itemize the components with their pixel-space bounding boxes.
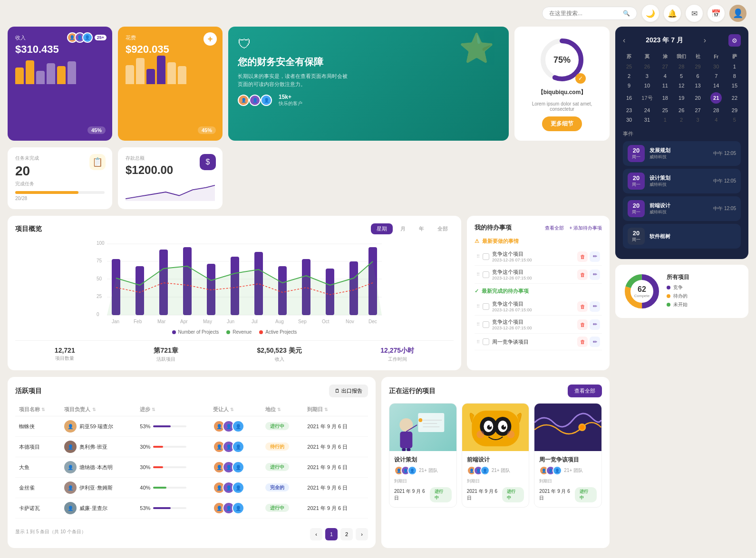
cal-cell[interactable]: 5 (671, 71, 692, 81)
cal-cell[interactable]: 4 (704, 115, 728, 125)
checkbox-2[interactable] (483, 271, 489, 278)
cal-cell[interactable]: 17号 (635, 90, 659, 106)
search-box[interactable]: 🔍 (542, 7, 637, 20)
cal-cell[interactable]: 22 (728, 90, 741, 106)
edit-todo-1[interactable]: ✏ (590, 251, 600, 262)
delete-todo-4[interactable]: 🗑 (577, 319, 588, 330)
tab-week[interactable]: 星期 (371, 223, 393, 234)
sort-manager-icon[interactable]: ⇅ (92, 407, 96, 412)
legend-label-projects: Number of Projects (178, 329, 219, 335)
add-expense-button[interactable]: + (204, 32, 217, 46)
cal-cell[interactable]: 31 (635, 115, 659, 125)
edit-todo-2[interactable]: ✏ (590, 269, 600, 280)
cal-cell[interactable]: 13 (692, 81, 704, 90)
bell-icon-btn[interactable]: 🔔 (664, 5, 681, 22)
cal-prev-button[interactable]: ‹ (623, 36, 625, 45)
search-input[interactable] (549, 10, 619, 17)
checkbox-4[interactable] (483, 321, 489, 328)
moon-icon-btn[interactable]: 🌙 (642, 5, 659, 22)
cal-cell[interactable]: 5 (728, 115, 741, 125)
cal-cell[interactable]: 7 (704, 71, 728, 81)
prev-page-button[interactable]: ‹ (310, 528, 322, 540)
sort-status-icon[interactable]: ⇅ (277, 407, 281, 412)
proj-img-1 (389, 404, 456, 451)
stat-active-label: 活跃项目 (154, 356, 178, 363)
cal-cell[interactable]: 12 (671, 81, 692, 90)
cal-cell[interactable]: 9 (623, 81, 635, 90)
sort-due-icon[interactable]: ⇅ (324, 407, 328, 412)
cal-cell[interactable]: 20 (692, 90, 704, 106)
cal-cell[interactable]: 1 (728, 62, 741, 71)
event-info-1: 发展规划 威特科技 (649, 147, 708, 160)
drag-handle-4[interactable]: ⠿ (476, 322, 480, 327)
cal-cell[interactable]: 23 (623, 106, 635, 115)
drag-handle-1[interactable]: ⠿ (476, 254, 480, 259)
proj-team-2: 👤 👤 👤 21+ 团队 (467, 466, 524, 475)
cal-cell[interactable]: 28 (671, 62, 692, 71)
delete-todo-3[interactable]: 🗑 (577, 301, 588, 312)
checkbox-1[interactable] (483, 253, 489, 260)
tab-month[interactable]: 月 (395, 223, 411, 234)
drag-handle-5[interactable]: ⠿ (476, 339, 480, 345)
cal-cell[interactable]: 24 (635, 106, 659, 115)
edit-todo-5[interactable]: ✏ (590, 337, 600, 347)
cal-cell[interactable]: 19 (671, 90, 692, 106)
drag-handle-3[interactable]: ⠿ (476, 304, 480, 309)
tab-all[interactable]: 全部 (432, 223, 454, 234)
edit-todo-4[interactable]: ✏ (590, 319, 600, 330)
cal-cell[interactable]: 30 (704, 62, 728, 71)
cal-cell[interactable]: 3 (635, 71, 659, 81)
tab-year[interactable]: 年 (413, 223, 430, 234)
cal-cell[interactable]: 16 (623, 90, 635, 106)
cal-cell[interactable]: 27 (692, 106, 704, 115)
next-page-button[interactable]: › (356, 528, 368, 540)
cal-cell[interactable]: 29 (728, 106, 741, 115)
cal-cell[interactable]: 6 (692, 71, 704, 81)
cal-cell[interactable]: 3 (692, 115, 704, 125)
export-button[interactable]: 🗒 出口报告 (329, 385, 368, 397)
edit-todo-3[interactable]: ✏ (590, 301, 600, 312)
cal-cell[interactable]: 26 (635, 62, 659, 71)
cal-cell[interactable]: 4 (659, 71, 671, 81)
page-1-button[interactable]: 1 (325, 528, 338, 540)
cal-cell[interactable]: 10 (635, 81, 659, 90)
cal-cell[interactable]: 27 (659, 62, 671, 71)
cal-settings-button[interactable]: ⚙ (728, 34, 741, 47)
cal-cell[interactable]: 18 (659, 90, 671, 106)
cal-cell[interactable]: 11 (659, 81, 671, 90)
checkbox-3[interactable] (483, 303, 489, 310)
cal-cell[interactable]: 1 (659, 115, 671, 125)
cal-cell[interactable]: 30 (623, 115, 635, 125)
todo-add[interactable]: + 添加待办事项 (569, 225, 602, 231)
cal-cell[interactable]: 8 (728, 71, 741, 81)
cal-cell[interactable]: 2 (623, 71, 635, 81)
page-2-button[interactable]: 2 (340, 528, 353, 540)
row1-manager: 👤 莉亚59·瑞查尔 (60, 416, 136, 437)
cal-next-button[interactable]: › (704, 36, 706, 45)
more-details-button[interactable]: 更多细节 (542, 116, 582, 131)
cal-cell[interactable]: 28 (704, 106, 728, 115)
mail-icon-btn[interactable]: ✉ (686, 5, 703, 22)
cal-cell[interactable]: 25 (659, 106, 671, 115)
checkbox-5[interactable] (483, 338, 489, 345)
delete-todo-5[interactable]: 🗑 (577, 337, 588, 347)
user-avatar[interactable]: 👤 (729, 5, 746, 22)
cal-cell[interactable]: 29 (692, 62, 704, 71)
calendar-icon-btn[interactable]: 📅 (708, 5, 725, 22)
delete-todo-1[interactable]: 🗑 (577, 251, 588, 262)
delete-todo-2[interactable]: 🗑 (577, 269, 588, 280)
sort-assignee-icon[interactable]: ⇅ (230, 407, 234, 412)
sort-progress-icon[interactable]: ⇅ (152, 407, 155, 412)
sort-name-icon[interactable]: ⇅ (41, 407, 45, 412)
view-all-running-button[interactable]: 查看全部 (568, 385, 602, 397)
cal-cell[interactable]: 14 (704, 81, 728, 90)
drag-handle-2[interactable]: ⠿ (476, 272, 480, 277)
cal-cell[interactable]: 26 (671, 106, 692, 115)
cal-cell[interactable]: 2 (671, 115, 692, 125)
cal-cell[interactable]: 15 (728, 81, 741, 90)
proj-card-body-2: 前端设计 👤 👤 👤 21+ 团队 到期日 (462, 451, 529, 507)
todo-view-all[interactable]: 查看全部 (545, 225, 564, 231)
cal-cell[interactable]: 25 (623, 62, 635, 71)
event-company-2: 威特科技 (649, 182, 708, 188)
cal-cell-today[interactable]: 21 (704, 90, 728, 106)
